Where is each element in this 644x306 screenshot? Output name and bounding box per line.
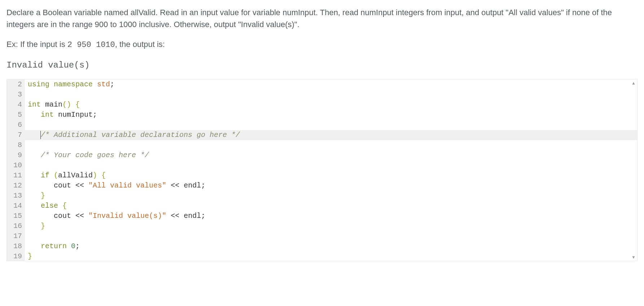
number-zero: 0 xyxy=(71,242,75,250)
line-number: 2 xyxy=(7,79,25,90)
indent xyxy=(28,222,41,230)
code-line[interactable]: 14 else { xyxy=(7,201,637,211)
code-line[interactable]: 3 xyxy=(7,90,637,100)
code-line[interactable]: 19 } xyxy=(7,251,637,261)
indent xyxy=(28,202,41,210)
brace-close: } xyxy=(28,252,32,260)
op-insertion: << xyxy=(171,181,179,190)
example-trail: , the output is: xyxy=(115,40,165,49)
string-literal: "Invalid value(s)" xyxy=(88,212,166,220)
paren-close: ) xyxy=(67,100,71,109)
line-number: 17 xyxy=(7,231,25,241)
indent xyxy=(28,181,54,190)
line-number: 12 xyxy=(7,181,25,191)
semicolon: ; xyxy=(201,181,205,190)
string-literal: "All valid values" xyxy=(88,181,166,190)
comment: /* Additional variable declarations go h… xyxy=(41,131,240,139)
code-line[interactable]: 11 if (allValid) { xyxy=(7,171,637,181)
code-line-active[interactable]: 7 /* Additional variable declarations go… xyxy=(7,130,637,140)
keyword-using: using xyxy=(28,80,49,89)
example-lead: Ex: If the input is xyxy=(6,40,67,49)
indent xyxy=(28,111,41,119)
indent xyxy=(28,171,41,180)
indent xyxy=(28,191,41,200)
keyword-if: if xyxy=(41,171,49,180)
fn-main: main xyxy=(45,100,62,109)
example-input: 2 950 1010 xyxy=(67,40,115,49)
line-number: 4 xyxy=(7,100,25,110)
indent xyxy=(28,242,41,250)
indent xyxy=(28,151,41,159)
example-output: Invalid value(s) xyxy=(6,59,638,72)
line-number: 18 xyxy=(7,241,25,251)
code-editor[interactable]: ▲ 2 using namespace std; 3 4 int main() … xyxy=(6,79,638,261)
line-number: 16 xyxy=(7,221,25,231)
line-number: 8 xyxy=(7,140,25,150)
id-cout: cout xyxy=(54,212,71,220)
code-line[interactable]: 4 int main() { xyxy=(7,100,637,110)
semicolon: ; xyxy=(110,80,114,89)
id-endl: endl xyxy=(184,212,201,220)
code-line[interactable]: 8 xyxy=(7,140,637,150)
blank-line xyxy=(25,140,637,150)
code-line[interactable]: 9 /* Your code goes here */ xyxy=(7,150,637,160)
line-number: 11 xyxy=(7,171,25,181)
line-number: 6 xyxy=(7,120,25,130)
scroll-down-arrow-icon[interactable]: ▼ xyxy=(631,254,636,260)
line-number: 7 xyxy=(7,130,25,140)
indent xyxy=(28,131,41,139)
line-number: 14 xyxy=(7,201,25,211)
code-line[interactable]: 5 int numInput; xyxy=(7,110,637,120)
example-line: Ex: If the input is 2 950 1010, the outp… xyxy=(6,38,638,51)
code-line[interactable]: 6 xyxy=(7,120,637,130)
brace-open: { xyxy=(101,171,106,180)
namespace-std: std xyxy=(97,80,110,89)
line-number: 15 xyxy=(7,211,25,221)
code-line[interactable]: 15 cout << "Invalid value(s)" << endl; xyxy=(7,211,637,221)
op-insertion: << xyxy=(171,212,179,220)
keyword-else: else xyxy=(41,202,58,210)
line-number: 19 xyxy=(7,251,25,261)
problem-description: Declare a Boolean variable named allVali… xyxy=(6,7,638,51)
comment: /* Your code goes here */ xyxy=(41,151,149,159)
scroll-up-arrow-icon[interactable]: ▲ xyxy=(631,80,636,86)
paren-close: ) xyxy=(93,171,97,180)
code-editor-viewport[interactable]: 2 using namespace std; 3 4 int main() { … xyxy=(7,79,637,261)
line-number: 10 xyxy=(7,160,25,171)
id-cout: cout xyxy=(54,181,71,190)
code-line[interactable]: 12 cout << "All valid values" << endl; xyxy=(7,181,637,191)
type-int: int xyxy=(28,100,41,109)
brace-close: } xyxy=(41,191,45,200)
semicolon: ; xyxy=(93,111,97,119)
blank-line xyxy=(25,120,637,130)
semicolon: ; xyxy=(201,212,205,220)
keyword-namespace: namespace xyxy=(54,80,93,89)
op-insertion: << xyxy=(75,181,84,190)
id-endl: endl xyxy=(184,181,201,190)
brace-open: { xyxy=(75,100,80,109)
blank-line xyxy=(25,231,637,241)
code-line[interactable]: 18 return 0; xyxy=(7,241,637,251)
line-number: 5 xyxy=(7,110,25,120)
code-line[interactable]: 16 } xyxy=(7,221,637,231)
id-allvalid: allValid xyxy=(58,171,93,180)
line-number: 3 xyxy=(7,90,25,100)
id-numinput: numInput xyxy=(58,111,93,119)
keyword-return: return xyxy=(41,242,67,250)
brace-open: { xyxy=(62,202,67,210)
op-insertion: << xyxy=(75,212,84,220)
indent xyxy=(28,212,54,220)
blank-line xyxy=(25,160,637,171)
code-line[interactable]: 17 xyxy=(7,231,637,241)
code-line[interactable]: 10 xyxy=(7,160,637,171)
line-number: 13 xyxy=(7,191,25,201)
paren-open: ( xyxy=(54,171,58,180)
description-paragraph: Declare a Boolean variable named allVali… xyxy=(6,7,638,30)
type-int: int xyxy=(41,111,54,119)
code-line[interactable]: 2 using namespace std; xyxy=(7,79,637,90)
brace-close: } xyxy=(41,222,45,230)
code-line[interactable]: 13 } xyxy=(7,191,637,201)
paren-open: ( xyxy=(62,100,67,109)
blank-line xyxy=(25,90,637,100)
line-number: 9 xyxy=(7,150,25,160)
